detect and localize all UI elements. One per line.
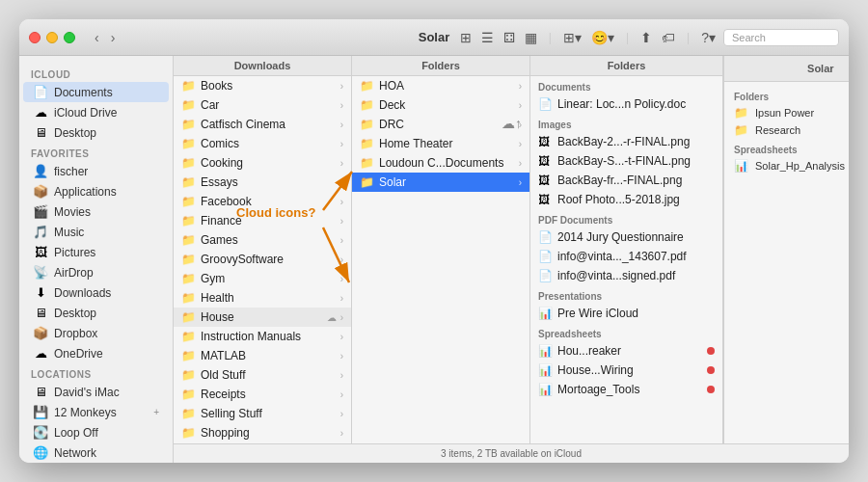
column-downloads-items: 📁Books› 📁Car› 📁Catfisch Cinema› 📁Comics›… (174, 76, 351, 443)
list-item[interactable]: 📁Essays› (174, 173, 351, 192)
solar-section-spreadsheets: Spreadsheets (530, 323, 722, 341)
folder-icon: 📁 (181, 349, 197, 362)
list-item[interactable]: 📁Facebook› (174, 192, 351, 211)
pdf-icon: 📄 (538, 250, 554, 263)
list-item-house[interactable]: 📁 House ☁ › (174, 308, 351, 327)
list-item[interactable]: 📄Linear: Loc...n Policy.doc (530, 94, 722, 114)
arrow-icon: › (340, 120, 343, 130)
list-item[interactable]: 📁Health› (174, 288, 351, 308)
img-icon: 🖼 (538, 154, 554, 168)
movies-icon: 🎬 (33, 204, 48, 219)
list-item[interactable]: 📁Shopping› (174, 423, 351, 442)
tag-icon[interactable]: 🏷 (660, 28, 677, 47)
sidebar-item-documents[interactable]: 📄 Documents (23, 82, 169, 102)
sidebar-item-12-monkeys[interactable]: 💾 12 Monkeys + (23, 402, 169, 422)
list-item[interactable]: 📄info@vinta...signed.pdf (530, 266, 722, 285)
item-label: Games (201, 233, 337, 247)
search-input[interactable]: Search (723, 29, 839, 46)
folder-icon: 📁 (181, 137, 197, 150)
sidebar-item-fischer[interactable]: 👤 fischer (23, 161, 169, 181)
pictures-icon: 🖼 (33, 245, 48, 259)
sidebar-item-applications[interactable]: 📦 Applications (23, 181, 169, 201)
share-icon[interactable]: ⬆ (638, 28, 654, 47)
sidebar-item-airdrop[interactable]: 📡 AirDrop (23, 262, 169, 282)
arrow-icon: › (340, 428, 343, 439)
forward-button[interactable]: › (107, 28, 120, 47)
view-icon-4[interactable]: ▦ (523, 28, 539, 47)
list-item[interactable]: 🖼BackBay-2...-r-FINAL.png (530, 132, 722, 151)
sidebar-item-davids-imac[interactable]: 🖥 David's iMac (23, 382, 169, 402)
list-item[interactable]: 📁Car› (174, 95, 351, 115)
column-folders-items: 📁HOA› 📁Deck› 📁DRC› 📁Home Theater› 📁 Loud… (352, 76, 529, 443)
list-item[interactable]: 📄2014 Jury Questionnaire (530, 228, 722, 247)
item-label: Mortoage_Tools (557, 383, 703, 396)
list-item[interactable]: 📁Selling Stuff› (174, 404, 351, 423)
maximize-button[interactable] (64, 32, 75, 43)
list-item[interactable]: 📁Receipts› (174, 385, 351, 404)
view-icon-1[interactable]: ⊞ (458, 28, 474, 47)
list-item[interactable]: 📁Catfisch Cinema› (174, 115, 351, 134)
finder-window: ‹ › Solar ⊞ ☰ ⚃ ▦ | ⊞▾ 😊▾ | ⬆ 🏷 | ?▾ Sea… (19, 19, 849, 463)
sidebar-item-network[interactable]: 🌐 Network (23, 442, 169, 463)
list-item[interactable]: 📁Comics› (174, 134, 351, 153)
view-icon-2[interactable]: ☰ (479, 28, 496, 47)
list-item[interactable]: 📊 Mortoage_Tools (530, 380, 722, 399)
minimize-button[interactable] (46, 32, 58, 43)
sidebar-item-pictures[interactable]: 🖼 Pictures (23, 242, 169, 262)
list-item[interactable]: 📁Cooking› (174, 153, 351, 173)
arrow-icon: › (340, 177, 343, 188)
list-item[interactable]: 📁Finance› (174, 211, 351, 230)
help-icon[interactable]: ?▾ (699, 28, 718, 47)
list-item[interactable]: 📁Gym› (174, 269, 351, 288)
sidebar-item-movies[interactable]: 🎬 Movies (23, 201, 169, 222)
sidebar-label-icloud-drive: iCloud Drive (54, 106, 117, 120)
sidebar-item-loop-off[interactable]: 💽 Loop Off (23, 422, 169, 442)
list-item[interactable]: 📁Sketchup Models› (174, 442, 351, 443)
list-item[interactable]: 📁HOA› (352, 76, 529, 95)
davids-imac-icon: 🖥 (33, 385, 48, 399)
right-panel: Solar + Folders 📁 Ipsun Power 📁 Research (723, 56, 849, 443)
list-item[interactable]: 📁MATLAB› (174, 346, 351, 365)
sidebar-label-documents: Documents (54, 86, 113, 99)
arrow-icon: › (519, 158, 522, 169)
list-item[interactable]: 📄info@vinta..._143607.pdf (530, 247, 722, 266)
item-label: House...Wiring (557, 363, 703, 377)
sidebar-item-desktop-icloud[interactable]: 🖥 Desktop (23, 122, 169, 143)
list-item-solar-selected[interactable]: 📁 Solar › (352, 173, 529, 192)
list-item[interactable]: 📁Instruction Manuals› (174, 327, 351, 346)
sidebar-item-icloud-drive[interactable]: ☁ iCloud Drive (23, 102, 169, 122)
back-button[interactable]: ‹ (91, 28, 103, 47)
list-item[interactable]: 📁GroovySoftware› (174, 250, 351, 269)
list-item[interactable]: 📁 Loudoun C...Documents › (352, 153, 529, 173)
sidebar-item-dropbox[interactable]: 📦 Dropbox (23, 323, 169, 343)
view-icon-3[interactable]: ⚃ (502, 28, 517, 47)
sidebar-item-desktop2[interactable]: 🖥 Desktop (23, 303, 169, 323)
list-item[interactable]: 📁Home Theater› (352, 134, 529, 153)
list-item[interactable]: 🖼BackBay-S...-t-FINAL.png (530, 151, 722, 171)
right-item-solar-hp[interactable]: 📊 Solar_Hp_Analysis (724, 157, 849, 174)
right-panel-header: Solar + (724, 56, 849, 82)
emoji-icon[interactable]: 😊▾ (589, 28, 616, 47)
list-item[interactable]: 📊 House...Wiring (530, 361, 722, 380)
airdrop-icon: 📡 (33, 265, 48, 280)
right-item-ipsun[interactable]: 📁 Ipsun Power (724, 104, 849, 121)
list-item[interactable]: 🖼BackBay-fr...-FINAL.png (530, 171, 722, 190)
close-button[interactable] (29, 32, 41, 43)
sidebar-item-onedrive[interactable]: ☁ OneDrive (23, 343, 169, 363)
traffic-lights (29, 32, 75, 43)
arrow-icon: › (340, 351, 343, 362)
list-item[interactable]: 📁Deck› (352, 95, 529, 115)
sort-icon[interactable]: ⊞▾ (561, 28, 583, 47)
list-item[interactable]: 🖼Roof Photo...5-2018.jpg (530, 190, 722, 209)
arrow-icon: › (340, 81, 343, 92)
right-item-research[interactable]: 📁 Research (724, 121, 849, 139)
sidebar-item-music[interactable]: 🎵 Music (23, 222, 169, 242)
item-label: HOA (379, 79, 515, 93)
list-item[interactable]: 📁Old Stuff› (174, 365, 351, 385)
list-item[interactable]: 📊 Hou...reaker (530, 341, 722, 361)
list-item[interactable]: 📁Games› (174, 230, 351, 250)
item-label: DRC (379, 118, 515, 131)
list-item[interactable]: 📁Books› (174, 76, 351, 95)
sidebar-item-downloads[interactable]: ⬇ Downloads (23, 282, 169, 303)
list-item[interactable]: 📊Pre Wire iCloud (530, 304, 722, 323)
